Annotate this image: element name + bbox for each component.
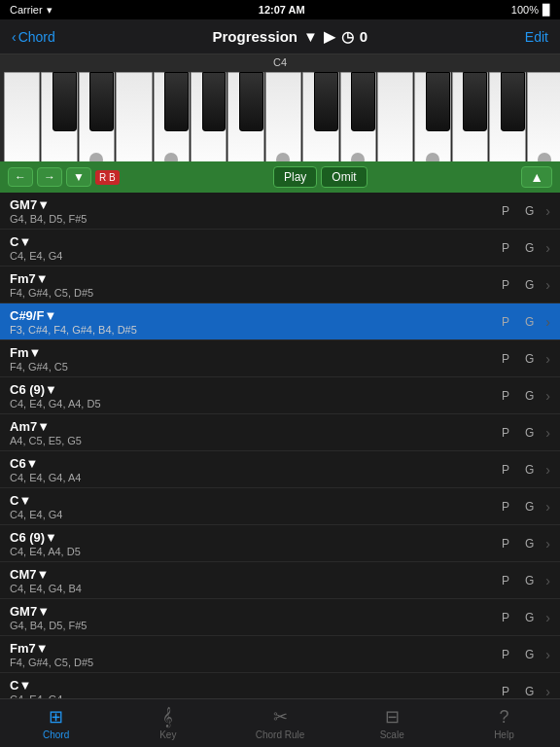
black-key[interactable] (239, 72, 263, 131)
chord-rule-tab-icon: ✂ (273, 706, 288, 728)
play-button[interactable]: Play (273, 166, 317, 188)
back-button[interactable]: ‹ Chord (12, 29, 55, 45)
p-button[interactable]: P (498, 461, 513, 479)
p-button[interactable]: P (498, 276, 513, 294)
g-button[interactable]: G (521, 202, 538, 220)
chord-name: GM7▼ (10, 604, 498, 619)
p-button[interactable]: P (498, 498, 513, 516)
g-button[interactable]: G (521, 461, 538, 479)
white-key[interactable] (4, 72, 40, 161)
black-key[interactable] (463, 72, 487, 131)
p-button[interactable]: P (498, 202, 513, 220)
chord-item[interactable]: C#9/F▼ F3, C#4, F4, G#4, B4, D#5 P G › (0, 303, 560, 340)
chord-info: C6▼ C4, E4, G4, A4 (10, 456, 498, 483)
chord-item[interactable]: CM7▼ C4, E4, G4, B4 P G › (0, 562, 560, 599)
black-key[interactable] (314, 72, 338, 131)
p-button[interactable]: P (498, 609, 513, 626)
black-key[interactable] (202, 72, 227, 131)
g-button[interactable]: G (521, 276, 538, 294)
chord-item[interactable]: Fm7▼ F4, G#4, C5, D#5 P G › (0, 267, 560, 303)
edit-button[interactable]: Edit (525, 29, 548, 45)
chevron-right-icon: › (545, 314, 550, 330)
up-button[interactable]: ▲ (521, 166, 552, 188)
chord-notes: G4, B4, D5, F#5 (10, 620, 498, 631)
chord-info: C6 (9)▼ C4, E4, G4, A4, D5 (10, 382, 498, 409)
chord-actions: P G › (498, 572, 550, 589)
g-button[interactable]: G (521, 683, 538, 699)
chord-list[interactable]: GM7▼ G4, B4, D5, F#5 P G › C▼ C4, E4, G4… (0, 193, 560, 698)
omit-button[interactable]: Omit (321, 166, 367, 188)
status-right: 100% ▉ (511, 4, 550, 17)
chord-item[interactable]: C▼ C4, E4, G4 P G › (0, 673, 560, 698)
chord-notes: C4, E4, G4, A4 (10, 472, 498, 483)
white-key[interactable] (377, 72, 413, 161)
play-icon[interactable]: ▶ (324, 28, 335, 46)
p-button[interactable]: P (498, 646, 513, 663)
chevron-right-icon: › (545, 499, 550, 515)
black-key[interactable] (164, 72, 189, 131)
chord-notes: F4, G#4, C5 (10, 361, 498, 373)
help-tab-label: Help (494, 729, 514, 740)
tab-help[interactable]: ? Help (448, 699, 560, 747)
chord-notes: C4, E4, G4 (10, 250, 498, 262)
chord-info: Fm7▼ F4, G#4, C5, D#5 (10, 641, 498, 668)
chord-item[interactable]: C▼ C4, E4, G4 P G › (0, 488, 560, 525)
prev-button[interactable]: ← (8, 167, 33, 187)
piano-label: C4 (273, 56, 287, 68)
tab-chord-rule[interactable]: ✂ Chord Rule (224, 699, 335, 747)
p-button[interactable]: P (498, 572, 513, 589)
g-button[interactable]: G (521, 535, 538, 552)
chord-item[interactable]: Am7▼ A4, C5, E5, G5 P G › (0, 414, 560, 451)
tab-key[interactable]: 𝄞 Key (112, 699, 224, 747)
chord-item[interactable]: GM7▼ G4, B4, D5, F#5 P G › (0, 599, 560, 636)
black-key[interactable] (501, 72, 525, 131)
p-button[interactable]: P (498, 535, 513, 552)
black-key[interactable] (351, 72, 375, 131)
chord-actions: P G › (498, 276, 550, 294)
chord-item[interactable]: C▼ C4, E4, G4 P G › (0, 230, 560, 267)
chord-info: GM7▼ G4, B4, D5, F#5 (10, 197, 498, 225)
chord-item[interactable]: C6▼ C4, E4, G4, A4 P G › (0, 451, 560, 488)
tab-scale[interactable]: ⊟ Scale (336, 699, 448, 747)
black-key[interactable] (89, 72, 114, 131)
tab-chord[interactable]: ⊞ Chord (0, 699, 112, 747)
g-button[interactable]: G (521, 350, 538, 368)
chord-rule-tab-label: Chord Rule (256, 729, 305, 740)
black-key[interactable] (52, 72, 77, 131)
white-key[interactable] (265, 72, 301, 161)
g-button[interactable]: G (521, 239, 538, 257)
p-button[interactable]: P (498, 350, 513, 368)
chord-name: C6▼ (10, 456, 498, 471)
chord-info: Fm7▼ F4, G#4, C5, D#5 (10, 271, 498, 299)
g-button[interactable]: G (521, 313, 538, 331)
p-button[interactable]: P (498, 683, 513, 699)
chevron-right-icon: › (545, 277, 550, 293)
counter-badge: 0 (360, 28, 368, 45)
white-key[interactable] (527, 72, 560, 161)
next-button[interactable]: → (37, 167, 62, 187)
g-button[interactable]: G (521, 572, 538, 589)
chord-item[interactable]: Fm7▼ F4, G#4, C5, D#5 P G › (0, 636, 560, 673)
black-key[interactable] (426, 72, 450, 131)
g-button[interactable]: G (521, 646, 538, 663)
down-button[interactable]: ▼ (66, 167, 91, 187)
chord-name: Am7▼ (10, 419, 498, 434)
chord-actions: P G › (498, 202, 550, 220)
g-button[interactable]: G (521, 424, 538, 442)
chord-item[interactable]: C6 (9)▼ C4, E4, G4, A4, D5 P G › (0, 377, 560, 414)
chord-item[interactable]: GM7▼ G4, B4, D5, F#5 P G › (0, 193, 560, 230)
scale-tab-label: Scale (380, 729, 404, 740)
p-button[interactable]: P (498, 424, 513, 442)
white-key[interactable] (116, 72, 152, 161)
key-tab-icon: 𝄞 (162, 707, 173, 728)
p-button[interactable]: P (498, 239, 513, 257)
p-button[interactable]: P (498, 387, 513, 405)
clock-icon[interactable]: ◷ (341, 28, 354, 46)
g-button[interactable]: G (521, 609, 538, 626)
g-button[interactable]: G (521, 387, 538, 405)
dropdown-icon[interactable]: ▼ (303, 28, 318, 45)
p-button[interactable]: P (498, 313, 513, 331)
chord-item[interactable]: C6 (9)▼ C4, E4, A4, D5 P G › (0, 525, 560, 562)
chord-item[interactable]: Fm▼ F4, G#4, C5 P G › (0, 340, 560, 377)
g-button[interactable]: G (521, 498, 538, 516)
